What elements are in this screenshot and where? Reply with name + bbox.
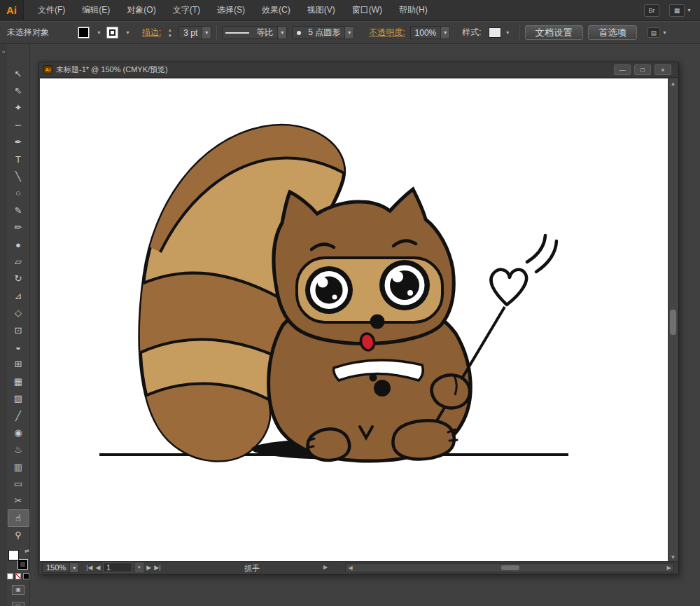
chevron-down-icon[interactable]: ▼	[277, 27, 286, 39]
type-tool-icon[interactable]: T	[8, 151, 29, 167]
pen-tool-icon[interactable]: ✒	[8, 134, 29, 151]
shape-builder-tool-icon[interactable]: ◒	[8, 338, 29, 355]
toolbar-tools: ↖⇖✦∽✒T╲○✎✏●▱↻⊿◇⊡◒⊞▦▨╱◉♨▥▭✂☝⚲	[7, 65, 29, 544]
eyedropper-tool-icon[interactable]: ╱	[8, 407, 29, 424]
minimize-button[interactable]: —	[614, 64, 631, 75]
stroke-indicator[interactable]	[18, 560, 27, 569]
stroke-weight-stepper[interactable]: ▴ ▾	[166, 27, 174, 39]
selection-tool-icon[interactable]: ↖	[8, 65, 29, 82]
menu-编辑(E)[interactable]: 编辑(E)	[74, 0, 118, 20]
chevron-down-icon[interactable]: ▼	[440, 27, 449, 39]
style-swatch[interactable]	[489, 27, 501, 38]
chevron-down-icon[interactable]: ▼	[125, 30, 130, 35]
gradient-tool-icon[interactable]: ▨	[8, 390, 29, 406]
chevron-down-icon[interactable]: ▼	[69, 563, 78, 572]
color-chip-white[interactable]	[7, 573, 13, 579]
menu-帮助(H)[interactable]: 帮助(H)	[391, 0, 436, 20]
symbol-sprayer-tool-icon[interactable]: ♨	[8, 441, 29, 458]
hand-tool-icon[interactable]: ☝	[8, 509, 29, 526]
vertical-scroll-thumb[interactable]	[670, 310, 676, 335]
eraser-tool-icon[interactable]: ▱	[8, 253, 29, 270]
lasso-tool-icon[interactable]: ∽	[8, 116, 29, 133]
menu-选择(S)[interactable]: 选择(S)	[209, 0, 253, 20]
style-swatch-control[interactable]: ▼	[486, 27, 510, 38]
vertical-scrollbar[interactable]: ▲ ▼	[668, 78, 678, 562]
status-expander-icon[interactable]: ▶	[323, 564, 328, 570]
bridge-icon[interactable]: Br	[644, 4, 659, 17]
stroke-color-swatch[interactable]	[106, 27, 118, 39]
menu-视图(V)[interactable]: 视图(V)	[299, 0, 344, 20]
brush-definition-combo[interactable]: 5 点圆形 ▼	[292, 26, 354, 39]
perspective-grid-tool-icon[interactable]: ⊞	[8, 356, 29, 373]
blend-tool-icon[interactable]: ◉	[8, 424, 29, 441]
control-panel-menu[interactable]: ▤ ▼	[648, 27, 667, 38]
restore-button[interactable]: □	[634, 64, 651, 75]
stroke-profile-combo[interactable]: 等比 ▼	[222, 26, 287, 39]
scroll-left-icon[interactable]: ◀	[346, 564, 355, 572]
line-segment-tool-icon[interactable]: ╲	[8, 167, 29, 184]
step-up-icon[interactable]: ▴	[166, 27, 174, 33]
artboard-number-field[interactable]: 1	[103, 563, 132, 572]
opacity-panel-link[interactable]: 不透明度:	[369, 27, 405, 39]
arrange-documents-icon[interactable]: ▦	[669, 4, 685, 17]
menubar-right: Br ▦ ▼	[644, 4, 692, 17]
document-status-bar: 150% ▼ |◀ ◀ 1 ▼ ▶ ▶| 抓手 ▶ ◀ ▶	[40, 561, 678, 573]
swap-fill-stroke-icon[interactable]: ⇄	[24, 548, 29, 554]
fill-indicator[interactable]	[9, 551, 18, 560]
preferences-button[interactable]: 首选项	[588, 25, 637, 40]
pencil-tool-icon[interactable]: ✏	[8, 219, 29, 236]
artboard-tool-icon[interactable]: ▭	[8, 475, 29, 492]
none-chip[interactable]	[15, 573, 22, 579]
direct-selection-tool-icon[interactable]: ⇖	[8, 82, 29, 99]
next-artboard-button[interactable]: ▶	[146, 564, 151, 571]
free-transform-tool-icon[interactable]: ⊡	[8, 322, 29, 338]
color-chip-black[interactable]	[23, 573, 29, 579]
zoom-combo[interactable]: 150% ▼	[42, 563, 79, 573]
column-graph-tool-icon[interactable]: ▥	[8, 458, 29, 475]
first-artboard-button[interactable]: |◀	[86, 564, 92, 571]
chevron-down-icon[interactable]: ▼	[135, 563, 144, 572]
stroke-weight-combo[interactable]: 3 pt ▼	[178, 26, 211, 39]
horizontal-scrollbar[interactable]: ◀ ▶	[345, 563, 674, 572]
slice-tool-icon[interactable]: ✂	[8, 493, 29, 509]
document-titlebar[interactable]: Ai 未标题-1* @ 150% (CMYK/预览) — □ ×	[39, 62, 678, 78]
fill-stroke-indicator[interactable]: ⇄	[9, 551, 27, 569]
rotate-tool-icon[interactable]: ↻	[8, 270, 29, 287]
canvas[interactable]	[40, 78, 668, 562]
close-button[interactable]: ×	[654, 64, 671, 75]
fill-color-swatch[interactable]	[78, 27, 90, 39]
chevron-down-icon[interactable]: ▼	[344, 27, 354, 39]
chevron-down-icon[interactable]: ▼	[202, 27, 211, 39]
opacity-combo[interactable]: 100% ▼	[410, 26, 451, 39]
previous-artboard-button[interactable]: ◀	[95, 564, 100, 571]
magic-wand-tool-icon[interactable]: ✦	[8, 99, 29, 116]
menu-文字(T)[interactable]: 文字(T)	[164, 0, 209, 20]
panel-icon[interactable]: ▤	[648, 27, 660, 38]
paintbrush-tool-icon[interactable]: ✎	[8, 202, 29, 219]
scroll-down-icon[interactable]: ▼	[668, 552, 678, 562]
stroke-panel-link[interactable]: 描边:	[142, 27, 161, 39]
scroll-right-icon[interactable]: ▶	[664, 564, 673, 572]
menu-窗口(W)[interactable]: 窗口(W)	[344, 0, 391, 20]
screen-mode-icon[interactable]: ▢	[12, 602, 24, 606]
document-setup-button[interactable]: 文档设置	[525, 25, 583, 40]
scale-tool-icon[interactable]: ⊿	[8, 287, 29, 304]
menu-对象(O)[interactable]: 对象(O)	[118, 0, 164, 20]
menu-文件(F)[interactable]: 文件(F)	[29, 0, 74, 20]
collapse-chevron-icon[interactable]: »	[0, 48, 7, 55]
blob-brush-tool-icon[interactable]: ●	[8, 236, 29, 253]
width-tool-icon[interactable]: ◇	[8, 304, 29, 321]
document-tab-title[interactable]: 未标题-1* @ 150% (CMYK/预览)	[56, 64, 168, 75]
drawing-mode-icon[interactable]: ▣	[12, 585, 24, 595]
scroll-up-icon[interactable]: ▲	[668, 78, 678, 88]
last-artboard-button[interactable]: ▶|	[154, 564, 160, 571]
zoom-tool-icon[interactable]: ⚲	[8, 527, 29, 544]
brush-preview-icon	[297, 31, 301, 35]
arrange-documents-control[interactable]: ▦ ▼	[669, 4, 692, 17]
ellipse-tool-icon[interactable]: ○	[8, 185, 29, 202]
mesh-tool-icon[interactable]: ▦	[8, 373, 29, 390]
horizontal-scroll-thumb[interactable]	[501, 565, 519, 570]
step-down-icon[interactable]: ▾	[166, 33, 174, 39]
menu-效果(C)[interactable]: 效果(C)	[253, 0, 299, 20]
chevron-down-icon[interactable]: ▼	[97, 30, 102, 35]
